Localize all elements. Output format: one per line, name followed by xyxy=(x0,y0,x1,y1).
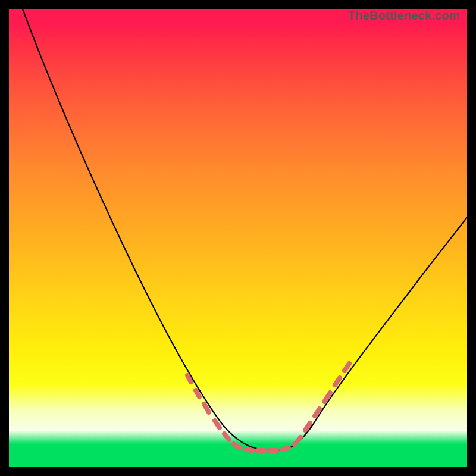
svg-line-2 xyxy=(204,404,209,412)
svg-line-1 xyxy=(196,390,199,397)
chart-frame: TheBottleneck.com xyxy=(9,9,467,467)
svg-line-0 xyxy=(187,375,191,382)
svg-line-10 xyxy=(295,437,300,444)
svg-line-15 xyxy=(345,364,349,371)
watermark-text: TheBottleneck.com xyxy=(348,9,460,23)
svg-line-3 xyxy=(215,421,220,428)
svg-line-9 xyxy=(281,448,289,450)
svg-line-4 xyxy=(224,434,229,440)
svg-line-6 xyxy=(246,450,253,450)
bottleneck-curve-svg xyxy=(9,9,467,467)
svg-line-5 xyxy=(234,444,240,448)
bottleneck-curve-path xyxy=(23,9,467,450)
svg-line-14 xyxy=(335,378,340,385)
highlight-dots-right xyxy=(295,364,349,444)
